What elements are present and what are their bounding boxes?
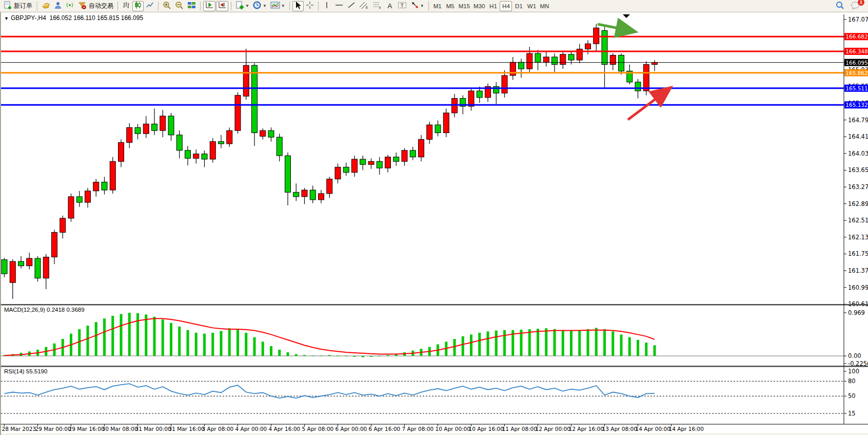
- macd-indicator-label: MACD(12,26,9) 0.2418 0.3689: [4, 307, 85, 313]
- timeframe-m30[interactable]: M30: [472, 1, 486, 11]
- candlestick-icon: [134, 1, 142, 11]
- svg-text:164.030: 164.030: [848, 150, 868, 157]
- svg-text:29 Mar 00:00: 29 Mar 00:00: [35, 426, 71, 432]
- timeframe-m5[interactable]: M5: [444, 1, 457, 11]
- search-icon: [836, 1, 844, 11]
- svg-text:28 Mar 2023: 28 Mar 2023: [2, 426, 36, 432]
- svg-text:0.00: 0.00: [848, 352, 861, 360]
- zoom-out-button[interactable]: [173, 1, 185, 11]
- new-order-button[interactable]: 新订单: [2, 1, 34, 11]
- svg-text:10 Apr 00:00: 10 Apr 00:00: [436, 426, 470, 432]
- arrows-tool[interactable]: ▼: [409, 1, 426, 11]
- text-label-icon: T: [398, 1, 407, 11]
- svg-text:165.862: 165.862: [845, 70, 867, 76]
- auto-trading-button[interactable]: 自动交易: [76, 1, 115, 11]
- collapse-triangle-icon: ▼: [4, 16, 9, 21]
- signals-button[interactable]: [64, 1, 76, 11]
- svg-text:12 Apr 16:00: 12 Apr 16:00: [569, 426, 604, 432]
- svg-text:167.070: 167.070: [848, 16, 868, 23]
- template-button[interactable]: ▼: [269, 1, 287, 11]
- svg-text:165.511: 165.511: [845, 85, 867, 91]
- text-tool[interactable]: A: [384, 1, 396, 11]
- chart-title: ▼GBPJPY-,H4 166.052 166.110 165.815 166.…: [4, 14, 143, 22]
- timeframe-m15[interactable]: M15: [457, 1, 471, 11]
- line-chart-mode-button[interactable]: [144, 1, 155, 11]
- rsi-indicator-label: RSI(14) 55.5190: [4, 368, 47, 374]
- separator: [117, 2, 118, 10]
- svg-text:4 Apr 00:00: 4 Apr 00:00: [235, 426, 267, 432]
- bar-chart-mode-button[interactable]: [121, 1, 132, 11]
- text-icon: A: [387, 2, 392, 10]
- svg-text:162.890: 162.890: [848, 200, 868, 207]
- svg-text:-0.2256: -0.2256: [848, 360, 868, 367]
- indicators-icon: [235, 1, 244, 11]
- auto-scroll-button[interactable]: [203, 1, 215, 11]
- fibonacci-icon: F: [372, 1, 382, 11]
- notifications-button[interactable]: 1: [849, 1, 862, 11]
- svg-text:30 Mar 08:00: 30 Mar 08:00: [102, 426, 138, 432]
- period-button[interactable]: ▼: [251, 1, 268, 11]
- chart-title-text: GBPJPY-,H4 166.052 166.110 165.815 166.0…: [11, 14, 143, 22]
- tile-windows-button[interactable]: [186, 1, 198, 11]
- vertical-line-tool[interactable]: [321, 1, 332, 11]
- svg-text:161.750: 161.750: [848, 250, 868, 257]
- svg-text:166.682: 166.682: [845, 33, 867, 40]
- new-order-icon: [4, 1, 12, 11]
- market-depth-button[interactable]: [40, 1, 52, 11]
- timeframe-h4[interactable]: H4: [500, 1, 512, 11]
- chart-shift-icon: [218, 1, 227, 11]
- crosshair-tool-button[interactable]: [304, 1, 315, 11]
- search-button[interactable]: [834, 1, 846, 11]
- indicators-button[interactable]: ▼: [234, 1, 251, 11]
- svg-text:163.650: 163.650: [848, 166, 868, 174]
- svg-text:164.790: 164.790: [848, 117, 868, 124]
- zoom-in-button[interactable]: [161, 1, 173, 11]
- timeframe-w1[interactable]: W1: [525, 1, 538, 11]
- svg-text:4 Apr 16:00: 4 Apr 16:00: [269, 426, 301, 432]
- svg-text:15: 15: [848, 410, 856, 417]
- text-label-tool[interactable]: T: [396, 1, 409, 11]
- svg-text:6 Apr 00:00: 6 Apr 00:00: [336, 426, 367, 432]
- svg-text:162.130: 162.130: [848, 234, 868, 241]
- svg-text:163.270: 163.270: [848, 183, 868, 191]
- svg-text:31 Mar 00:00: 31 Mar 00:00: [135, 426, 171, 432]
- auto-scroll-icon: [205, 1, 214, 11]
- cursor-tool-button[interactable]: [292, 1, 304, 11]
- timeframe-d1[interactable]: D1: [512, 1, 525, 11]
- dropdown-caret: ▼: [245, 4, 249, 8]
- equidistant-channel-tool[interactable]: E: [358, 1, 370, 11]
- cursor-icon: [294, 1, 302, 11]
- candlestick-mode-button[interactable]: [132, 1, 144, 11]
- separator: [428, 2, 429, 10]
- chart-window[interactable]: ▼GBPJPY-,H4 166.052 166.110 165.815 166.…: [0, 12, 868, 435]
- notification-badge: 1: [858, 0, 864, 6]
- auto-trading-icon: [78, 1, 87, 11]
- channel-icon: E: [359, 1, 369, 11]
- svg-text:164.410: 164.410: [848, 133, 868, 140]
- timeframe-m1[interactable]: M1: [431, 1, 444, 11]
- svg-text:13 Apr 08:00: 13 Apr 08:00: [602, 426, 637, 432]
- toolbar-grip: [36, 2, 38, 10]
- horizontal-line-tool[interactable]: [333, 1, 345, 11]
- svg-text:10 Apr 16:00: 10 Apr 16:00: [469, 426, 504, 432]
- svg-text:3 Apr 08:00: 3 Apr 08:00: [202, 426, 234, 432]
- main-toolbar: 新订单 自动交易: [0, 0, 868, 12]
- svg-text:166.348: 166.348: [845, 48, 867, 54]
- timeframe-mn[interactable]: MN: [538, 1, 550, 11]
- timeframe-h1[interactable]: H1: [487, 1, 499, 11]
- svg-text:14 Apr 16:00: 14 Apr 16:00: [669, 426, 704, 432]
- chart-shift-button[interactable]: [216, 1, 228, 11]
- separator: [289, 2, 290, 10]
- auto-trading-label: 自动交易: [89, 2, 113, 10]
- trendline-tool[interactable]: [346, 1, 357, 11]
- community-button[interactable]: [52, 1, 64, 11]
- svg-text:161.370: 161.370: [848, 267, 868, 274]
- crosshair-icon: [306, 1, 314, 11]
- tile-windows-icon: [187, 1, 196, 11]
- dropdown-caret: ▼: [420, 4, 424, 8]
- price-chart[interactable]: 167.070166.690166.310165.930165.550165.1…: [1, 12, 868, 435]
- svg-text:29 Mar 16:00: 29 Mar 16:00: [69, 426, 105, 432]
- new-order-label: 新订单: [14, 2, 32, 10]
- separator: [158, 2, 159, 10]
- fibonacci-tool[interactable]: F: [371, 1, 384, 11]
